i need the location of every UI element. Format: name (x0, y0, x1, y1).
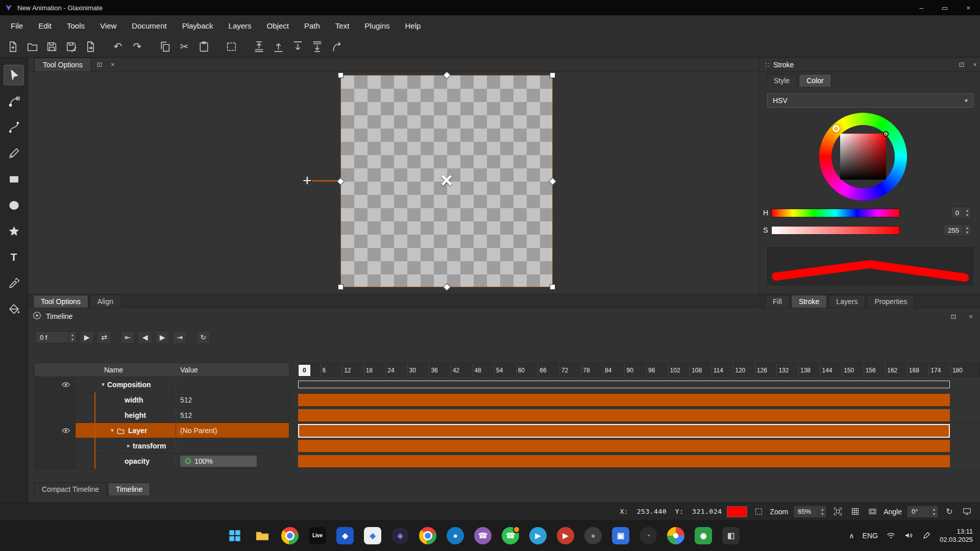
menu-plugins[interactable]: Plugins (357, 15, 397, 36)
timeline-track-row[interactable] (298, 423, 980, 438)
app-dark-3-icon[interactable]: ◧ (721, 525, 741, 546)
app-blue-icon[interactable]: ◆ (335, 525, 355, 546)
undo-button[interactable]: ↶ (109, 38, 127, 55)
record-keyframes-button[interactable]: ↻ (196, 331, 210, 344)
save-button[interactable] (43, 38, 60, 55)
visibility-cell[interactable] (57, 454, 76, 468)
spinner-arrows[interactable]: ▴▾ (963, 224, 971, 236)
timeline-bar-solid[interactable] (298, 409, 950, 421)
row-name-cell[interactable]: width (76, 392, 176, 407)
handle-bottom-right[interactable] (550, 284, 555, 290)
color-wheel[interactable] (819, 113, 907, 201)
close-panel-icon[interactable]: × (966, 311, 976, 321)
edit-nodes-tool[interactable] (4, 91, 24, 111)
row-value-cell[interactable]: 512 (176, 408, 289, 422)
ellipse-tool[interactable] (4, 195, 24, 215)
timeline-row-width[interactable]: width512 (35, 392, 289, 408)
timeline-row-opacity[interactable]: opacity100% (35, 454, 289, 469)
zoom-spinbox[interactable]: 65% ▴▾ (793, 506, 826, 518)
row-value-cell[interactable]: (No Parent) (176, 423, 289, 438)
tab-tool-options[interactable]: Tool Options (34, 58, 91, 71)
save-as-button[interactable] (62, 38, 80, 55)
timeline-row-layer[interactable]: ▾Layer(No Parent) (35, 423, 289, 438)
row-value-cell[interactable] (176, 377, 289, 392)
saturation-value-square[interactable] (840, 134, 886, 180)
cut-button[interactable]: ✂ (176, 38, 193, 55)
paste-button[interactable] (195, 38, 212, 55)
loop-button[interactable]: ⇄ (97, 331, 111, 344)
move-to-bottom-button[interactable] (308, 38, 326, 55)
timeline-bar-selected[interactable] (298, 424, 950, 438)
text-tool[interactable]: T (4, 247, 24, 267)
timeline-track-row[interactable] (298, 454, 980, 469)
float-panel-icon[interactable]: ⊡ (957, 60, 967, 70)
app-dark-2-icon[interactable]: ◔ (638, 525, 658, 546)
frame-spinbox[interactable]: 0 f ▴▾ (35, 331, 77, 343)
close-panel-icon[interactable]: × (970, 60, 980, 70)
menu-text[interactable]: Text (328, 15, 357, 36)
transform-center-icon[interactable]: × (440, 169, 452, 192)
menu-object[interactable]: Object (259, 15, 297, 36)
artboard[interactable]: × (340, 75, 553, 287)
hue-slider[interactable] (771, 209, 900, 217)
last-frame-button[interactable]: ⇥ (173, 331, 187, 344)
fill-tool[interactable] (4, 299, 24, 319)
menu-document[interactable]: Document (124, 15, 174, 36)
language-indicator[interactable]: ENG (863, 532, 878, 540)
save-app-icon[interactable]: ▣ (610, 525, 631, 546)
timeline-row-composition[interactable]: ▾Composition (35, 377, 289, 392)
visibility-cell[interactable] (57, 392, 76, 407)
wifi-icon[interactable] (886, 531, 896, 540)
spinner-arrows[interactable]: ▴▾ (930, 506, 938, 517)
spinner-arrows[interactable]: ▴▾ (68, 332, 76, 343)
timeline-row-transform[interactable]: ▸transform (35, 438, 289, 454)
handle-bottom-middle[interactable] (443, 283, 451, 291)
menu-file[interactable]: File (3, 15, 31, 36)
close-panel-icon[interactable]: × (108, 60, 118, 70)
anchor-crosshair-icon[interactable]: + (303, 172, 312, 189)
prev-frame-button[interactable]: ◀ (138, 331, 152, 344)
volume-icon[interactable] (904, 531, 914, 540)
timeline-bar-outline[interactable] (298, 381, 950, 388)
video-app-icon[interactable]: ▶ (555, 525, 576, 546)
close-button[interactable]: × (957, 0, 980, 15)
reorder-layers-button[interactable] (328, 38, 345, 55)
row-name-cell[interactable]: ▾Composition (76, 377, 176, 392)
timeline-ruler[interactable]: 0 61218243036424854606672788490961021081… (298, 363, 980, 377)
menu-playback[interactable]: Playback (175, 15, 221, 36)
sv-selector-icon[interactable] (883, 131, 889, 137)
maximize-button[interactable]: ▭ (933, 0, 957, 15)
colorspace-select[interactable]: HSV ▾ (767, 93, 973, 108)
tree-caret-icon[interactable]: ▾ (99, 381, 107, 388)
handle-middle-right[interactable] (549, 178, 557, 186)
menu-layers[interactable]: Layers (221, 15, 259, 36)
file-explorer-icon[interactable] (252, 525, 273, 546)
tab-tool-options[interactable]: Tool Options (33, 295, 88, 308)
spinner-arrows[interactable]: ▴▾ (818, 506, 826, 517)
app-dark-icon[interactable]: ● (583, 525, 603, 546)
tab-stroke[interactable]: Stroke (791, 295, 827, 308)
tree-caret-icon[interactable]: ▸ (125, 442, 133, 449)
menu-view[interactable]: View (92, 15, 124, 36)
hue-selector-icon[interactable] (832, 125, 840, 132)
media-app-icon[interactable]: ◈ (390, 525, 410, 546)
handle-bottom-left[interactable] (338, 284, 344, 290)
row-name-cell[interactable]: ▸transform (76, 438, 176, 453)
menu-help[interactable]: Help (398, 15, 429, 36)
timeline-track-row[interactable] (298, 408, 980, 423)
timeline-bar-solid[interactable] (298, 394, 950, 406)
color-picker-tool[interactable] (4, 273, 24, 293)
current-color-swatch[interactable] (727, 506, 747, 517)
app-colorful-icon[interactable] (418, 525, 438, 546)
saturation-slider[interactable] (771, 226, 900, 235)
live-app-icon[interactable]: Live (307, 525, 328, 546)
visibility-cell[interactable] (57, 408, 76, 422)
row-value-cell[interactable] (176, 438, 289, 453)
photos-app-icon[interactable]: ◆ (362, 525, 383, 546)
handle-middle-left[interactable] (337, 178, 345, 186)
row-name-cell[interactable]: opacity (76, 454, 176, 468)
next-frame-button[interactable]: ▶ (155, 331, 169, 344)
visibility-cell[interactable] (57, 423, 76, 438)
keyframe-toggle-icon[interactable] (185, 458, 191, 464)
opacity-value-chip[interactable]: 100% (180, 456, 257, 467)
